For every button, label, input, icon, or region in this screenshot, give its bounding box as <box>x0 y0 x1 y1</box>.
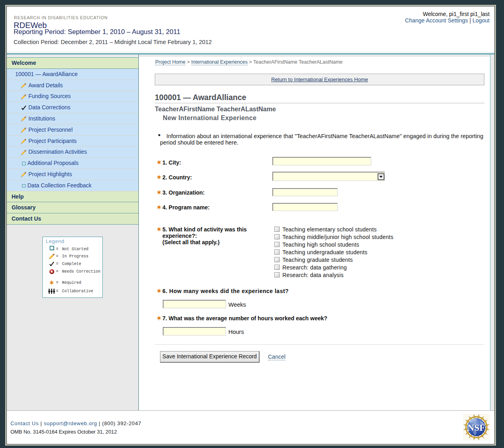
svg-text:NSF: NSF <box>468 423 485 433</box>
